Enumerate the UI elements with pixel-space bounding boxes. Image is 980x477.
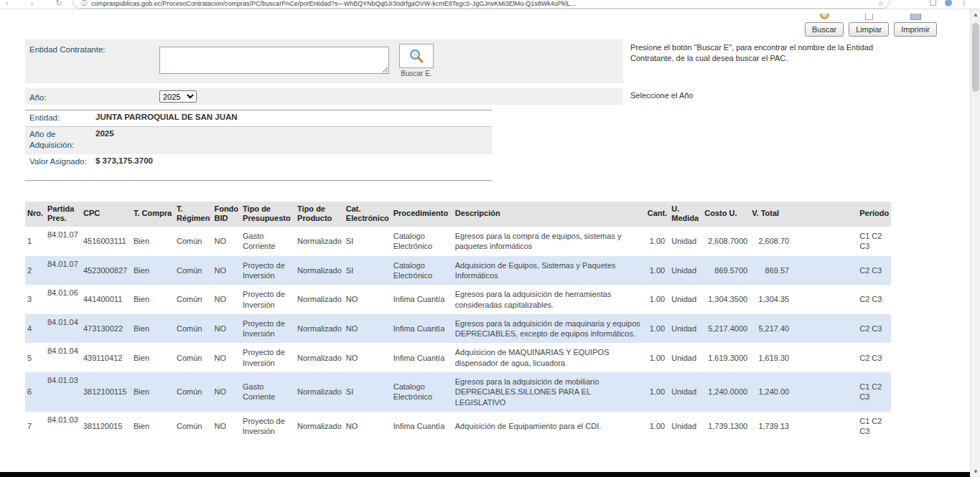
table-cell: Común	[174, 227, 212, 256]
column-header: Partida Pres.	[45, 202, 81, 227]
entidad-label: Entidad Contratante:	[29, 44, 159, 54]
table-cell: Normalizado	[295, 285, 344, 314]
entidad-help-text: Presione el botón "Buscar E", para encon…	[623, 39, 907, 83]
table-cell: 4516003111	[81, 227, 131, 256]
search-icon	[820, 14, 829, 22]
table-cell: Común	[174, 412, 212, 441]
table-cell: Común	[174, 372, 212, 412]
entidad-form-area: Entidad Contratante: Buscar E.	[25, 39, 623, 83]
vertical-scrollbar[interactable]: ▲ ▼	[970, 9, 980, 477]
column-header: Fondo BID	[212, 202, 241, 227]
table-cell: Proyecto de Inversión	[241, 285, 295, 314]
column-header: Cant.	[645, 202, 670, 227]
scroll-up-arrow[interactable]: ▲	[971, 9, 980, 20]
imprimir-action[interactable]: Imprimir	[894, 14, 937, 37]
imprimir-button[interactable]: Imprimir	[894, 22, 937, 37]
printer-icon	[910, 14, 921, 22]
magnifier-icon	[409, 48, 424, 64]
column-header: T. Régimen	[174, 202, 212, 227]
assigned-value-label: Valor Asignado:	[29, 156, 91, 168]
profile-avatar[interactable]	[945, 0, 952, 6]
column-header: Período	[791, 202, 891, 227]
table-cell: Infima Cuantía	[391, 314, 453, 344]
table-cell: Infima Cuantía	[391, 285, 453, 314]
browser-menu-icon[interactable]: ⋮	[961, 0, 967, 6]
table-cell: 2,608.7000	[702, 227, 750, 256]
table-cell: Infima Cuantía	[391, 412, 453, 441]
anio-form-area: Año: 2025	[25, 88, 623, 105]
table-cell: NO	[212, 285, 241, 314]
url-text: compraspublicas.gob.ec/ProcesoContrataci…	[91, 0, 874, 7]
browser-chrome: ‹ › ↻ ⓘ compraspublicas.gob.ec/ProcesoCo…	[0, 0, 980, 9]
table-cell: C1 C2 C3	[791, 227, 891, 256]
column-header: Descripción	[453, 202, 645, 227]
extensions-icon[interactable]	[930, 0, 936, 6]
table-cell: Unidad	[669, 285, 702, 314]
table-cell: 5	[25, 343, 45, 372]
table-cell: NO	[212, 343, 241, 372]
acquisition-year-value: 2025	[91, 129, 114, 138]
scroll-down-arrow[interactable]: ▼	[971, 466, 980, 477]
table-cell: Bien	[131, 412, 174, 441]
bookmark-star-icon[interactable]: ☆	[878, 0, 884, 7]
table-cell: 441400011	[81, 285, 131, 314]
table-cell: NO	[344, 314, 391, 344]
table-cell: 1,619.30	[750, 343, 791, 372]
table-row: 384.01.06441400011BienComúnNOProyecto de…	[25, 285, 891, 314]
assigned-value-row: Valor Asignado: $ 373,175.3700	[25, 154, 492, 180]
table-cell: Normalizado	[295, 227, 344, 256]
table-cell: Bien	[131, 372, 174, 412]
year-select[interactable]: 2025	[159, 90, 197, 103]
column-header: CPC	[81, 202, 131, 227]
entity-name-value: JUNTA PARROQUIAL DE SAN JUAN	[91, 113, 238, 121]
column-header: Tipo de Presupuesto	[241, 202, 295, 227]
scrollbar-thumb[interactable]	[972, 23, 979, 92]
table-row: 784.01.03381120015BienComúnNOProyecto de…	[25, 412, 891, 441]
address-bar[interactable]: ⓘ compraspublicas.gob.ec/ProcesoContrata…	[72, 0, 890, 9]
assigned-value-value: $ 373,175.3700	[91, 156, 153, 165]
limpiar-action[interactable]: Limpiar	[849, 14, 889, 37]
table-cell: 84.01.04	[45, 314, 81, 344]
clear-icon	[865, 14, 873, 22]
table-cell: 1.00	[645, 372, 670, 412]
table-cell: 4	[25, 314, 45, 344]
table-cell: 1,240.00	[750, 372, 791, 412]
table-cell: Gasto Corriente	[241, 227, 295, 256]
table-cell: Unidad	[669, 256, 702, 285]
buscar-e-label: Buscar E.	[401, 70, 431, 77]
table-cell: SI	[344, 256, 391, 285]
table-cell: Catalogo Electrónico	[391, 372, 453, 412]
table-cell: Común	[174, 314, 212, 344]
table-cell: 3	[25, 285, 45, 314]
table-cell: Normalizado	[295, 256, 344, 285]
table-row: 484.01.04473130022BienComúnNOProyecto de…	[25, 314, 891, 344]
table-cell: Unidad	[669, 412, 702, 441]
table-cell: 1,304.3500	[702, 285, 750, 314]
entidad-input[interactable]	[159, 47, 389, 74]
column-header: Nro.	[25, 202, 45, 227]
table-cell: 1.00	[645, 343, 670, 372]
table-cell: Proyecto de Inversión	[241, 412, 295, 441]
table-cell: C2 C3	[791, 285, 891, 314]
bottom-bar	[0, 472, 970, 477]
buscar-entidad-button[interactable]: Buscar E.	[399, 44, 434, 77]
table-cell: Normalizado	[295, 343, 344, 372]
table-cell: Unidad	[669, 343, 702, 372]
table-cell: 2	[25, 256, 45, 285]
table-cell: 1,619.3000	[702, 343, 750, 372]
table-cell: NO	[212, 256, 241, 285]
buscar-action[interactable]: Buscar	[805, 14, 844, 37]
limpiar-button[interactable]: Limpiar	[849, 22, 889, 37]
table-cell: 84.01.06	[45, 285, 81, 314]
column-header: Tipo de Producto	[295, 202, 344, 227]
browser-nav-buttons[interactable]: ‹ › ↻	[6, 0, 73, 8]
site-info-icon[interactable]: ⓘ	[81, 0, 87, 7]
table-cell: Unidad	[669, 227, 702, 256]
table-cell: 439110412	[81, 343, 131, 372]
buscar-button[interactable]: Buscar	[805, 22, 844, 37]
table-cell: C1 C2 C3	[791, 412, 891, 441]
column-header: V. Total	[750, 202, 791, 227]
table-cell: Bien	[131, 314, 174, 344]
pac-table-body: 184.01.074516003111BienComúnNOGasto Corr…	[25, 227, 891, 440]
column-header: Cat. Electrónico	[344, 202, 391, 227]
